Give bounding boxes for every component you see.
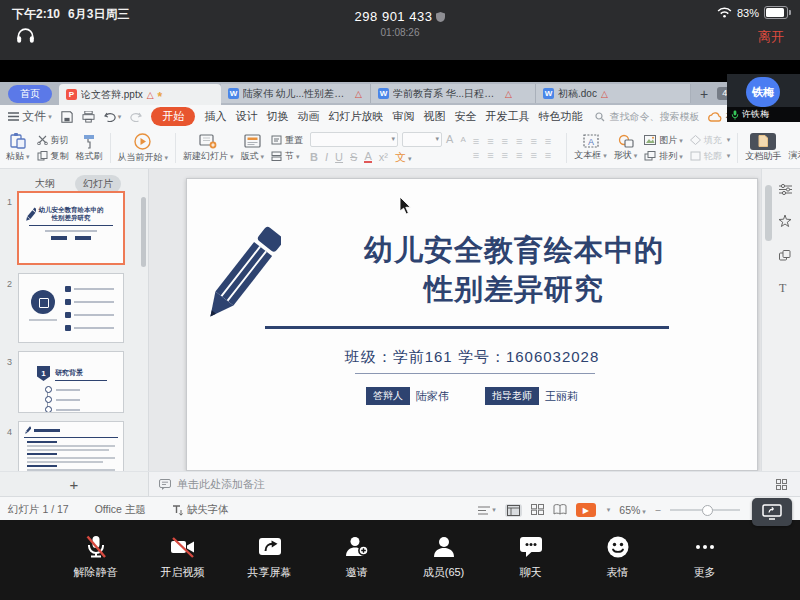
tab-document[interactable]: W 陆家伟 幼儿...性别差异研究 △ <box>221 84 371 103</box>
strikethrough-button[interactable]: S <box>350 151 357 163</box>
tab-document-active[interactable]: P 论文答辩.pptx △ * <box>59 84 221 105</box>
members-button[interactable]: 成员(65) <box>413 531 475 600</box>
slide-thumbnail-3[interactable]: 1 研究背景 <box>18 351 124 413</box>
animation-icon[interactable] <box>779 213 791 231</box>
menu-item-design[interactable]: 设计 <box>235 109 257 124</box>
present-tools-button[interactable]: 演示工具▾ <box>788 134 800 162</box>
start-video-button[interactable]: 开启视频 <box>152 531 214 600</box>
menu-item-features[interactable]: 特色功能 <box>538 109 582 124</box>
menu-item-security[interactable]: 安全 <box>454 109 476 124</box>
properties-icon[interactable] <box>779 181 792 199</box>
zoom-slider-knob[interactable] <box>702 505 713 516</box>
bold-button[interactable]: B <box>310 151 318 163</box>
slideshow-play-button[interactable]: ▶ <box>576 503 596 517</box>
arrange-button[interactable]: 排列▾ <box>644 150 683 163</box>
tab-document[interactable]: W 学前教育系 华...日程安排表(1) △ <box>371 84 536 103</box>
font-size-combo[interactable]: ▾ <box>402 132 442 147</box>
tab-document[interactable]: W 初稿.doc △ <box>536 84 691 103</box>
floating-share-control[interactable] <box>752 498 792 526</box>
menu-item-home[interactable]: 开始 <box>151 107 195 126</box>
text-panel-icon[interactable]: T <box>779 281 786 296</box>
zoom-slider[interactable] <box>670 509 740 511</box>
leave-meeting-button[interactable]: 离开 <box>758 28 784 46</box>
file-menu[interactable]: 文件▾ <box>8 108 52 125</box>
undo-icon[interactable]: ▾ <box>104 112 122 122</box>
slide-thumbnail-1[interactable]: 幼儿安全教育绘本中的性别差异研究 <box>17 191 125 265</box>
menu-item-slideshow[interactable]: 幻灯片放映 <box>328 109 383 124</box>
menu-item-view[interactable]: 视图 <box>423 109 445 124</box>
zoom-out-button[interactable]: − <box>655 504 661 516</box>
slide-title[interactable]: 幼儿安全教育绘本中的 性别差异研究 <box>279 231 749 309</box>
shapes-button[interactable]: 形状▾ <box>614 134 638 162</box>
participant-name-bar: 许铁梅 <box>727 107 800 122</box>
advisor-badge: 指导老师 <box>485 387 539 405</box>
text-box-button[interactable]: A 文本框▾ <box>574 134 607 162</box>
save-icon[interactable] <box>61 111 73 123</box>
font-name-combo[interactable]: ▾ <box>310 132 398 147</box>
reset-button[interactable]: 重置 <box>271 134 303 147</box>
title-divider <box>265 326 669 329</box>
normal-view-icon[interactable] <box>505 504 522 517</box>
redo-icon[interactable] <box>130 112 142 122</box>
play-from-current-button[interactable]: 从当前开始▾ <box>118 133 169 164</box>
cut-button[interactable]: 剪切 <box>37 134 69 147</box>
slide-class-info[interactable]: 班级：学前161 学号：1606032028 <box>187 348 757 367</box>
italic-button[interactable]: I <box>325 151 328 163</box>
add-slide-button[interactable]: + <box>0 472 149 496</box>
more-button[interactable]: 更多 <box>674 531 736 600</box>
slide-layout-button[interactable]: 版式▾ <box>241 134 265 163</box>
highlight-button[interactable]: 文▾ <box>395 150 412 165</box>
slide-thumbnail-4[interactable] <box>18 421 124 471</box>
menu-item-animation[interactable]: 动画 <box>297 109 319 124</box>
notes-placeholder[interactable]: 单击此处添加备注 <box>149 472 762 496</box>
tab-home[interactable]: 首页 <box>8 85 52 103</box>
theme-name[interactable]: Office 主题 <box>95 503 146 517</box>
command-search[interactable]: 查找命令、搜索模板 <box>595 110 699 124</box>
menu-item-review[interactable]: 审阅 <box>392 109 414 124</box>
slide-canvas[interactable]: 幼儿安全教育绘本中的 性别差异研究 班级：学前161 学号：1606032028… <box>149 169 761 471</box>
view-options-icon[interactable]: ▾ <box>478 506 496 515</box>
paste-button[interactable]: 粘贴▾ <box>6 133 30 163</box>
slide-1[interactable]: 幼儿安全教育绘本中的 性别差异研究 班级：学前161 学号：1606032028… <box>186 178 758 471</box>
fill-button[interactable]: 填充▾ <box>690 134 731 147</box>
emoji-button[interactable]: 表情 <box>587 531 649 600</box>
advisor-pair[interactable]: 指导老师 王丽莉 <box>485 387 578 405</box>
slide-sorter-icon[interactable] <box>531 504 544 517</box>
chat-button[interactable]: 聊天 <box>500 531 562 600</box>
menu-item-transition[interactable]: 切换 <box>266 109 288 124</box>
menu-item-insert[interactable]: 插入 <box>204 109 226 124</box>
superscript-button[interactable]: x² <box>379 151 388 163</box>
participant-tile[interactable]: 铁梅 许铁梅 <box>727 74 800 122</box>
unmute-button[interactable]: 解除静音 <box>65 531 127 600</box>
outline-button[interactable]: 轮廓▾ <box>690 150 731 163</box>
panel-scrollbar[interactable] <box>141 197 146 267</box>
reading-view-icon[interactable] <box>553 504 567 517</box>
presenter-pair[interactable]: 答辩人 陆家伟 <box>366 387 449 405</box>
picture-button[interactable]: 图片▾ <box>644 134 683 147</box>
zoom-level[interactable]: 65%▾ <box>619 504 646 516</box>
slide-thumbnail-2[interactable] <box>18 273 124 343</box>
missing-font-indicator[interactable]: 缺失字体 <box>172 503 229 517</box>
section-button[interactable]: 节▾ <box>271 150 303 163</box>
invite-button[interactable]: 邀请 <box>326 531 388 600</box>
headphones-icon[interactable] <box>16 27 35 48</box>
monitor-icon <box>762 504 782 520</box>
menu-item-devtools[interactable]: 开发工具 <box>485 109 529 124</box>
canvas-scrollbar[interactable] <box>765 185 772 241</box>
format-painter-button[interactable]: 格式刷 <box>76 134 103 163</box>
note-bubble-icon <box>159 479 171 490</box>
new-slide-button[interactable]: 新建幻灯片▾ <box>183 134 234 163</box>
new-tab-button[interactable]: + <box>700 86 708 102</box>
underline-button[interactable]: U <box>335 151 343 163</box>
shapes-panel-icon[interactable] <box>779 247 791 265</box>
paragraph-tools[interactable]: ≡≡≡≡≡≡ ≡≡≡≡≡≡ <box>473 136 560 161</box>
share-screen-button[interactable]: 共享屏幕 <box>239 531 301 600</box>
boards-grid-icon[interactable] <box>776 479 787 490</box>
slide-counter[interactable]: 幻灯片 1 / 17 <box>8 503 69 517</box>
pencil-icon <box>26 207 36 223</box>
doc-assistant-button[interactable]: 文档助手 <box>745 133 781 163</box>
copy-button[interactable]: 复制 <box>37 150 69 163</box>
font-color-button[interactable]: A <box>364 152 371 163</box>
print-icon[interactable] <box>82 111 95 123</box>
meeting-info: 298 901 433 01:08:26 <box>250 7 550 38</box>
